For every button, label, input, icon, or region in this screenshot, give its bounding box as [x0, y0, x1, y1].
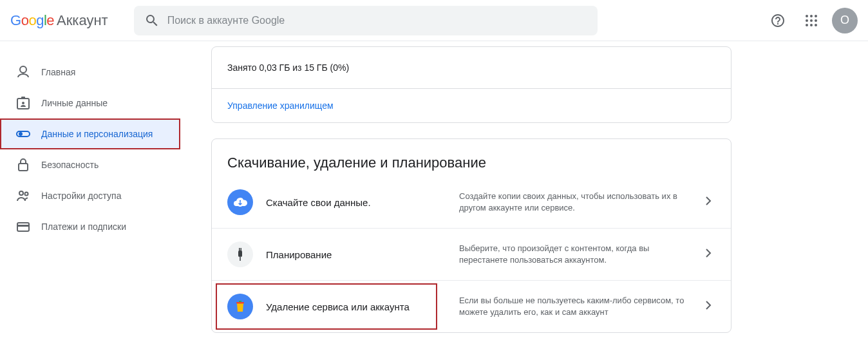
search-bar[interactable]: [134, 6, 598, 35]
svg-point-3: [806, 19, 808, 22]
sidebar-item-label: Настройки доступа: [41, 191, 121, 201]
row-desc: Создайте копии своих данных, чтобы испол…: [459, 191, 687, 214]
delete-service-row[interactable]: Удаление сервиса или аккаунта Если вы бо…: [212, 280, 731, 332]
main-content: Занято 0,03 ГБ из 15 ГБ (0%) Управление …: [180, 41, 747, 340]
svg-point-17: [25, 193, 28, 196]
plan-row[interactable]: Планирование Выберите, что произойдет с …: [212, 228, 731, 280]
svg-point-2: [815, 15, 817, 17]
download-delete-card: Скачивание, удаление и планирование Скач…: [211, 138, 731, 333]
apps-grid-icon: [804, 13, 819, 28]
sidebar-item-label: Главная: [41, 67, 75, 77]
trash-icon: [227, 294, 253, 319]
svg-rect-21: [238, 250, 242, 257]
google-logo-text: Google: [10, 12, 54, 29]
svg-rect-11: [21, 97, 25, 99]
row-label: Скачайте свои данные.: [266, 197, 371, 208]
svg-rect-25: [236, 302, 244, 304]
svg-point-8: [815, 24, 817, 26]
svg-rect-26: [239, 301, 241, 302]
sidebar-item-data[interactable]: Данные и персонализация: [0, 118, 180, 149]
lock-icon: [15, 157, 31, 173]
sidebar-item-label: Безопасность: [41, 160, 99, 170]
section-title: Скачивание, удаление и планирование: [212, 139, 731, 176]
svg-point-14: [19, 132, 23, 136]
apps-button[interactable]: [798, 8, 824, 33]
sidebar: Главная Личные данные Данные и персонали…: [0, 41, 180, 340]
sidebar-item-label: Личные данные: [41, 98, 108, 108]
chevron-right-icon: [700, 245, 715, 263]
svg-point-12: [22, 102, 24, 104]
svg-rect-23: [241, 248, 242, 251]
search-icon: [144, 13, 160, 28]
svg-rect-22: [239, 248, 240, 251]
cloud-download-icon: [227, 189, 253, 215]
svg-point-1: [810, 15, 813, 17]
svg-point-7: [810, 24, 813, 26]
help-button[interactable]: [765, 8, 791, 33]
toggle-icon: [15, 126, 31, 142]
svg-point-0: [806, 15, 808, 17]
sidebar-item-sharing[interactable]: Настройки доступа: [0, 180, 175, 211]
svg-rect-24: [240, 256, 241, 261]
storage-usage-text: Занято 0,03 ГБ из 15 ГБ (0%): [212, 47, 731, 88]
sidebar-item-label: Платежи и подписки: [41, 222, 126, 232]
svg-point-4: [810, 19, 813, 22]
avatar[interactable]: O: [832, 8, 858, 33]
manage-storage-link[interactable]: Управление хранилищем: [212, 89, 731, 122]
row-desc: Выберите, что произойдет с контентом, ко…: [459, 243, 687, 266]
svg-rect-18: [17, 223, 29, 231]
row-label: Планирование: [266, 249, 332, 260]
chevron-right-icon: [700, 193, 715, 211]
people-icon: [15, 188, 31, 203]
home-icon: [15, 64, 31, 80]
sidebar-item-payments[interactable]: Платежи и подписки: [0, 211, 175, 242]
product-name: Аккаунт: [57, 12, 108, 29]
storage-card: Занято 0,03 ГБ из 15 ГБ (0%) Управление …: [211, 46, 731, 123]
svg-point-9: [20, 66, 26, 73]
search-input[interactable]: [167, 15, 587, 26]
sidebar-item-home[interactable]: Главная: [0, 57, 175, 88]
svg-point-16: [19, 191, 23, 195]
row-desc: Если вы больше не пользуетесь каким-либо…: [459, 295, 687, 318]
download-data-row[interactable]: Скачайте свои данные. Создайте копии сво…: [212, 176, 731, 228]
id-card-icon: [15, 95, 31, 111]
svg-point-6: [806, 24, 808, 26]
svg-point-5: [815, 19, 817, 22]
svg-rect-15: [19, 164, 28, 171]
sidebar-item-personal[interactable]: Личные данные: [0, 88, 175, 118]
app-header: Google Аккаунт O: [0, 0, 868, 41]
help-icon: [770, 13, 786, 28]
sidebar-item-security[interactable]: Безопасность: [0, 149, 175, 180]
card-icon: [15, 219, 31, 234]
row-label: Удаление сервиса или аккаунта: [266, 301, 410, 312]
sidebar-item-label: Данные и персонализация: [41, 129, 153, 139]
plug-icon: [227, 241, 253, 267]
logo[interactable]: Google Аккаунт: [10, 12, 108, 29]
svg-rect-19: [17, 225, 29, 227]
chevron-right-icon: [700, 298, 715, 316]
